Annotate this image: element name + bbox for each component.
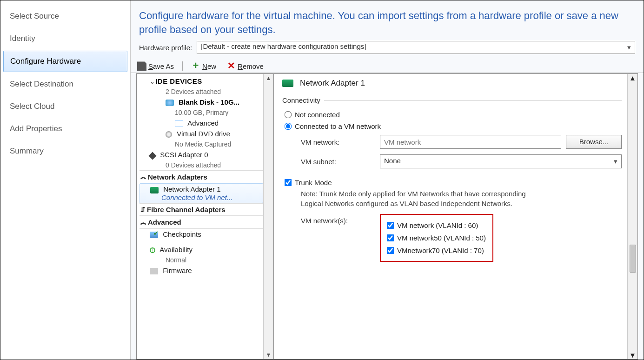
tree-blank-disk[interactable]: Blank Disk - 10G... bbox=[139, 97, 263, 107]
availability-icon bbox=[150, 247, 155, 253]
vm-network-label-0: VM network (VLANId : 60) bbox=[397, 221, 478, 229]
vm-networks-row: VM network(s): VM network (VLANId : 60) … bbox=[282, 209, 622, 262]
tree-scrollbar[interactable]: ▲ ▼ bbox=[263, 74, 273, 359]
dvd-icon bbox=[166, 131, 172, 138]
tree-ide-sub: 2 Devices attached bbox=[139, 87, 263, 97]
hardware-profile-row: Hardware profile: [Default - create new … bbox=[131, 38, 644, 59]
radio-connected[interactable]: Connected to a VM network bbox=[282, 120, 622, 132]
tree-fibre-channel[interactable]: ⇵ Fibre Channel Adapters bbox=[139, 203, 263, 216]
tree-scsi[interactable]: SCSI Adapter 0 bbox=[139, 149, 263, 160]
chevron-down-icon: ⌄ bbox=[150, 78, 153, 85]
scroll-down-icon[interactable]: ▼ bbox=[266, 351, 272, 359]
tree-nic-1[interactable]: Network Adapter 1 Connected to VM net... bbox=[139, 183, 263, 203]
nav-select-cloud[interactable]: Select Cloud bbox=[0, 95, 130, 118]
trunk-mode-note: Note: Trunk Mode only applied for VM Net… bbox=[282, 188, 543, 209]
disk-icon bbox=[166, 100, 174, 106]
device-tree: ⌄ IDE Devices 2 Devices attached Blank D… bbox=[136, 73, 274, 360]
new-button[interactable]: + New bbox=[189, 60, 218, 72]
tree-advanced-section[interactable]: ︽ Advanced bbox=[139, 216, 263, 229]
nic-icon bbox=[150, 187, 159, 193]
chevron-collapse-icon: ⇵ bbox=[140, 206, 144, 213]
trunk-mode-label: Trunk Mode bbox=[295, 179, 332, 187]
nav-select-source[interactable]: Select Source bbox=[0, 5, 130, 27]
vm-network-label-2: VMnetwork70 (VLANId : 70) bbox=[397, 247, 484, 254]
toolbar: Save As + New ✕ Remove bbox=[131, 59, 644, 73]
vm-network-check-2[interactable] bbox=[387, 247, 394, 254]
tree-nic-1-sub: Connected to VM net... bbox=[150, 193, 262, 201]
checkpoint-icon bbox=[150, 232, 158, 238]
radio-not-connected[interactable]: Not connected bbox=[282, 109, 622, 120]
vm-subnet-row: VM subnet: None bbox=[282, 152, 622, 171]
hardware-profile-select[interactable]: [Default - create new hardware configura… bbox=[197, 41, 635, 54]
nav-configure-hardware[interactable]: Configure Hardware bbox=[3, 51, 127, 72]
editor-area: ⌄ IDE Devices 2 Devices attached Blank D… bbox=[136, 73, 638, 360]
wizard-nav: Select Source Identity Configure Hardwar… bbox=[0, 0, 131, 360]
vm-network-row: VM network: Browse... bbox=[282, 132, 622, 152]
page-heading: Configure hardware for the virtual machi… bbox=[131, 0, 644, 38]
vm-network-input[interactable] bbox=[380, 135, 561, 149]
nav-add-properties[interactable]: Add Properties bbox=[0, 118, 130, 140]
nav-identity[interactable]: Identity bbox=[0, 27, 130, 50]
scroll-up-icon[interactable]: ▲ bbox=[266, 74, 272, 82]
tree-blank-disk-sub: 10.00 GB, Primary bbox=[139, 107, 263, 118]
browse-button[interactable]: Browse... bbox=[566, 135, 622, 149]
right-panel: Configure hardware for the virtual machi… bbox=[131, 0, 644, 360]
vm-subnet-select[interactable]: None bbox=[380, 154, 622, 168]
hardware-profile-label: Hardware profile: bbox=[139, 44, 192, 52]
tree-ide-devices[interactable]: ⌄ IDE Devices bbox=[139, 76, 263, 87]
toolbar-separator bbox=[182, 61, 183, 71]
vm-network-item-2[interactable]: VMnetwork70 (VLANId : 70) bbox=[387, 247, 486, 254]
chevron-up-icon: ︽ bbox=[140, 218, 145, 227]
detail-scrollbar[interactable]: ▲ ▼ bbox=[627, 74, 637, 359]
firmware-icon bbox=[150, 268, 158, 274]
vm-networks-label: VM network(s): bbox=[301, 211, 375, 225]
vm-network-label-1: VM network50 (VLANId : 50) bbox=[397, 234, 486, 242]
radio-connected-input[interactable] bbox=[285, 123, 292, 130]
delete-icon: ✕ bbox=[226, 61, 236, 71]
radio-not-connected-label: Not connected bbox=[295, 111, 340, 119]
remove-button[interactable]: ✕ Remove bbox=[225, 60, 266, 72]
radio-connected-label: Connected to a VM network bbox=[295, 122, 381, 130]
vm-network-item-1[interactable]: VM network50 (VLANId : 50) bbox=[387, 234, 486, 242]
tree-scsi-sub: 0 Devices attached bbox=[139, 160, 263, 170]
vm-networks-highlight: VM network (VLANId : 60) VM network50 (V… bbox=[380, 214, 493, 262]
tree-firmware[interactable]: Firmware bbox=[139, 265, 263, 276]
vm-networks-list: VM network (VLANId : 60) VM network50 (V… bbox=[387, 220, 486, 256]
radio-not-connected-input[interactable] bbox=[285, 111, 292, 119]
tree-checkpoints[interactable]: Checkpoints bbox=[139, 229, 263, 240]
tree-dvd-sub: No Media Captured bbox=[139, 139, 263, 149]
vm-network-check-1[interactable] bbox=[387, 234, 394, 242]
wizard-window: Select Source Identity Configure Hardwar… bbox=[0, 0, 644, 360]
nav-select-destination[interactable]: Select Destination bbox=[0, 73, 130, 95]
tree-dvd[interactable]: Virtual DVD drive bbox=[139, 128, 263, 139]
plus-icon: + bbox=[191, 61, 200, 71]
vm-network-item-0[interactable]: VM network (VLANId : 60) bbox=[387, 221, 486, 229]
save-as-button[interactable]: Save As bbox=[135, 60, 176, 72]
tree-availability[interactable]: Availability bbox=[139, 244, 263, 255]
trunk-mode-checkbox[interactable] bbox=[285, 179, 292, 187]
scroll-up-icon[interactable]: ▲ bbox=[629, 74, 636, 82]
nic-icon bbox=[282, 80, 293, 87]
list-icon bbox=[175, 120, 183, 127]
connectivity-group: Connectivity bbox=[282, 96, 622, 104]
scroll-down-icon[interactable]: ▼ bbox=[629, 351, 636, 359]
chevron-up-icon: ︽ bbox=[140, 173, 145, 181]
vm-subnet-label: VM subnet: bbox=[301, 158, 375, 166]
vm-network-check-0[interactable] bbox=[387, 222, 394, 229]
detail-pane: Network Adapter 1 Connectivity Not conne… bbox=[274, 73, 638, 360]
vm-network-label: VM network: bbox=[301, 138, 375, 146]
detail-title: Network Adapter 1 bbox=[282, 76, 622, 93]
tree-availability-sub: Normal bbox=[139, 255, 263, 265]
tree-advanced-disk[interactable]: Advanced bbox=[139, 118, 263, 128]
trunk-mode-check[interactable]: Trunk Mode bbox=[282, 171, 622, 188]
tree-network-adapters[interactable]: ︽ Network Adapters bbox=[139, 170, 263, 183]
scroll-thumb[interactable] bbox=[630, 245, 636, 273]
scsi-icon bbox=[149, 152, 157, 160]
save-icon bbox=[137, 61, 146, 71]
nav-summary[interactable]: Summary bbox=[0, 140, 130, 162]
